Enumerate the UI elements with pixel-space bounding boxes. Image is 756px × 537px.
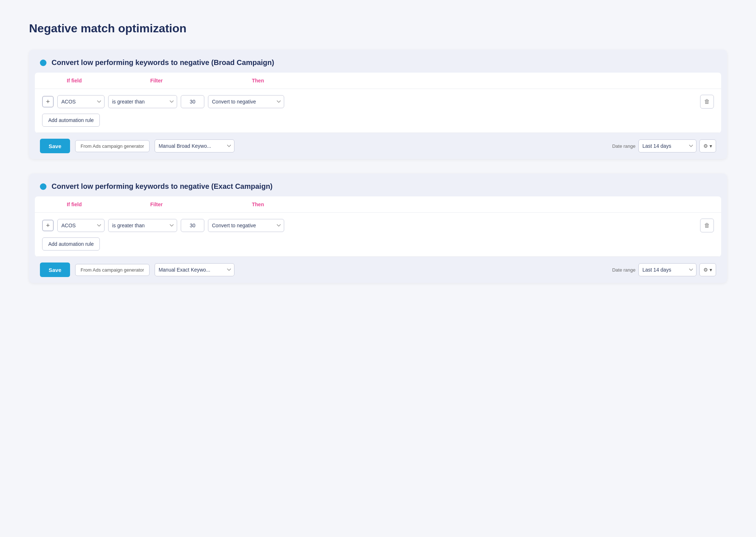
card1-add-rule-button[interactable]: Add automation rule	[42, 114, 100, 127]
card2-rule-row-area: + ACOS CPC CTR Impressions Clicks is gre…	[35, 213, 721, 257]
card1-rule-row: + ACOS CPC CTR Impressions Clicks is gre…	[42, 95, 714, 109]
card1-body: If field Filter Then + ACOS CPC CTR Impr…	[35, 73, 721, 133]
card1-add-condition-button[interactable]: +	[42, 96, 54, 107]
card1-save-button[interactable]: Save	[40, 139, 70, 153]
card2-settings-button[interactable]: ⚙ ▾	[699, 263, 716, 276]
card1-value-input[interactable]	[181, 95, 204, 108]
card2-filter-select[interactable]: is greater than is less than is equal to	[108, 219, 177, 232]
card2-gear-icon: ⚙	[703, 267, 708, 273]
card2-date-range-select[interactable]: Last 14 days Last 7 days Last 30 days	[638, 263, 696, 276]
card1-filter-label: Filter	[147, 78, 249, 84]
card1-action-select[interactable]: Convert to negative Pause Enable	[208, 95, 284, 108]
card2-field-select[interactable]: ACOS CPC CTR Impressions Clicks	[57, 219, 105, 232]
card2-rule-row: + ACOS CPC CTR Impressions Clicks is gre…	[42, 219, 714, 232]
card-exact-campaign: Convert low performing keywords to negat…	[29, 174, 727, 283]
card1-if-field-label: If field	[64, 78, 147, 84]
card2-add-rule-button[interactable]: Add automation rule	[42, 237, 100, 251]
card2-table-header: If field Filter Then	[35, 196, 721, 213]
card1-date-range-select[interactable]: Last 14 days Last 7 days Last 30 days	[638, 139, 696, 152]
card1-table-header: If field Filter Then	[35, 73, 721, 89]
card2-header: Convert low performing keywords to negat…	[29, 174, 727, 196]
card1-source-label: From Ads campaign generator	[75, 140, 150, 152]
card1-gear-icon: ⚙	[703, 143, 708, 149]
card1-status-dot	[40, 60, 46, 66]
card2-campaign-select[interactable]: Manual Exact Keywo...	[155, 263, 234, 276]
card-broad-campaign: Convert low performing keywords to negat…	[29, 50, 727, 159]
card1-gear-chevron: ▾	[710, 143, 712, 149]
card2-save-button[interactable]: Save	[40, 263, 70, 277]
card1-filter-select[interactable]: is greater than is less than is equal to	[108, 95, 177, 108]
card1-then-label: Then	[249, 78, 714, 84]
card2-body: If field Filter Then + ACOS CPC CTR Impr…	[35, 196, 721, 257]
card1-header: Convert low performing keywords to negat…	[29, 50, 727, 73]
card2-if-field-label: If field	[64, 202, 147, 207]
page-title: Negative match optimization	[29, 22, 727, 35]
card2-title: Convert low performing keywords to negat…	[52, 182, 273, 191]
card1-footer: Save From Ads campaign generator Manual …	[29, 133, 727, 159]
card1-campaign-select[interactable]: Manual Broad Keywo...	[155, 139, 234, 152]
card2-date-range-label: Date range	[612, 267, 636, 273]
card2-source-label: From Ads campaign generator	[75, 264, 150, 276]
card2-then-label: Then	[249, 202, 714, 207]
card2-footer: Save From Ads campaign generator Manual …	[29, 257, 727, 283]
card2-value-input[interactable]	[181, 219, 204, 232]
card2-delete-rule-button[interactable]: 🗑	[700, 219, 714, 232]
card2-action-select[interactable]: Convert to negative Pause Enable	[208, 219, 284, 232]
card2-status-dot	[40, 183, 46, 190]
card1-rule-row-area: + ACOS CPC CTR Impressions Clicks is gre…	[35, 89, 721, 133]
card2-footer-right: Date range Last 14 days Last 7 days Last…	[609, 263, 716, 276]
card1-date-range-label: Date range	[612, 143, 636, 149]
card2-filter-label: Filter	[147, 202, 249, 207]
card1-trash-icon: 🗑	[704, 98, 710, 105]
card2-gear-chevron: ▾	[710, 267, 712, 273]
card1-title: Convert low performing keywords to negat…	[52, 58, 274, 67]
card1-footer-right: Date range Last 14 days Last 7 days Last…	[609, 139, 716, 152]
card1-field-select[interactable]: ACOS CPC CTR Impressions Clicks	[57, 95, 105, 108]
card2-add-condition-button[interactable]: +	[42, 220, 54, 231]
card2-trash-icon: 🗑	[704, 222, 710, 229]
card1-delete-rule-button[interactable]: 🗑	[700, 95, 714, 109]
card1-settings-button[interactable]: ⚙ ▾	[699, 139, 716, 152]
